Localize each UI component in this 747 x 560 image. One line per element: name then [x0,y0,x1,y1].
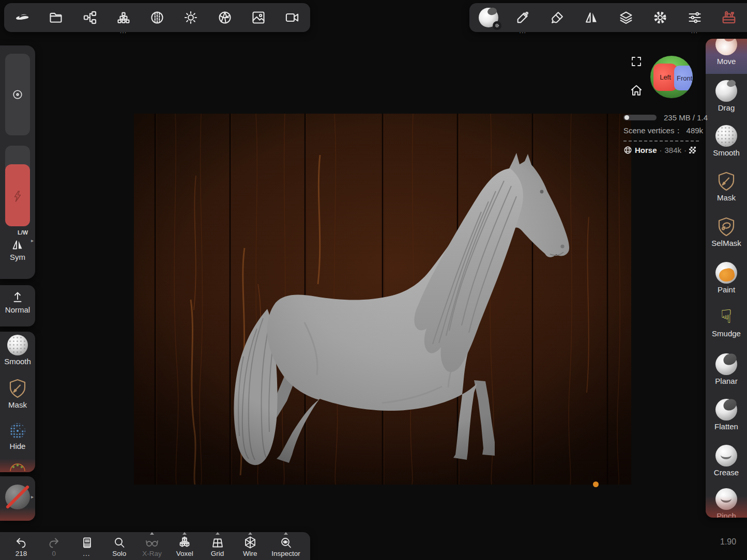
stats-divider [623,141,699,142]
app-logo-icon[interactable] [11,6,33,29]
settings-gear-icon[interactable] [649,6,671,29]
toolbox-icon[interactable] [718,6,740,29]
history-button[interactable]: ... [72,533,102,559]
material-gear-badge [493,21,501,30]
tool-mask[interactable]: Mask [706,171,747,202]
tool-paint-label: Paint [718,285,735,294]
right-tool-panel: Move Drag Smooth Mask SelMask Paint ☟ Sm… [706,39,747,518]
grid-label: Grid [211,550,224,557]
environment-icon[interactable] [146,6,168,29]
radius-slider[interactable] [5,54,30,135]
left-normal-panel: Normal [0,285,35,326]
normal-mode-button[interactable]: Normal [0,290,35,314]
redo-button[interactable]: 0 [39,533,69,559]
tool-smudge[interactable]: ☟ Smudge [706,306,747,338]
gizmo-front-face[interactable]: Front [674,66,693,90]
separator-dot: · [660,146,662,154]
left-alpha-panel: ▸ [0,476,35,521]
postprocess-icon[interactable] [214,6,236,29]
solo-button[interactable]: Solo [104,533,134,559]
inspector-label: Inspector [271,550,300,557]
quick-mask-button[interactable]: Mask [0,378,35,409]
symmetry-icon[interactable] [581,6,602,29]
lw-toggle[interactable]: L/W [18,229,28,236]
home-view-button[interactable] [630,84,643,97]
quick-smooth-label: Smooth [4,357,31,366]
undo-button[interactable]: 218 [6,533,36,559]
sculpt-canvas[interactable] [134,114,631,485]
tool-move[interactable]: Move [706,39,747,66]
top-left-toolbar: ... [4,3,310,32]
tool-paint[interactable]: Paint [706,262,747,294]
bake-icon[interactable]: ... [113,6,134,29]
sym-label: Sym [10,253,25,261]
fullscreen-button[interactable] [630,55,643,68]
tool-selmask[interactable]: SelMask [706,216,747,247]
inspector-button[interactable]: Inspector [268,533,304,559]
xray-button[interactable]: X-Ray [137,533,167,559]
tool-drag[interactable]: Drag [706,80,747,112]
layers-icon[interactable] [615,6,637,29]
brush-more-indicator: ... [512,29,533,33]
background-image-icon[interactable] [248,6,269,29]
object-row[interactable]: Horse · 384k · [623,146,705,154]
xray-label: X-Ray [142,550,162,557]
scene-vertices-value: 489k [687,126,704,135]
pinch-ball-icon [715,488,737,510]
quick-hide-button[interactable]: Hide [0,422,35,450]
smooth-ball-icon [7,335,28,355]
quick-smooth-button[interactable]: Smooth [0,335,35,366]
orientation-gizmo[interactable]: Left Front [650,56,693,98]
quick-mask-label: Mask [8,400,27,409]
alpha-expand-caret[interactable]: ▸ [31,494,34,500]
voxel-label: Voxel [176,550,193,557]
planar-ball-icon [715,353,737,375]
alpha-none-button[interactable] [5,485,30,509]
smudge-finger-icon: ☟ [721,306,732,328]
tool-flatten[interactable]: Flatten [706,399,747,431]
tool-move-label: Move [717,57,736,66]
tool-smooth[interactable]: Smooth [706,125,747,157]
memory-usage: 235 MB / 1.4 [664,113,708,122]
tool-crease[interactable]: Crease [706,445,747,477]
wire-button[interactable]: Wire [235,533,265,559]
flatten-ball-icon [715,399,737,421]
bake-more-indicator: ... [113,29,134,33]
viewport[interactable]: ... ... [0,0,747,560]
sym-toggle[interactable]: Sym [0,239,35,261]
left-slider-panel: L/W ▸ Sym [0,45,35,279]
material-sphere-icon[interactable] [478,6,499,29]
separator-dot: · [684,146,687,154]
mask-shield-icon [716,171,736,192]
scene-vertices-row: Scene vertices： 489k [623,126,705,136]
material-blob [486,7,497,17]
tool-pinch-label: Pinch [716,511,736,518]
grid-button[interactable]: Grid [203,533,233,559]
files-icon[interactable] [45,6,67,29]
tool-mask-label: Mask [717,193,736,202]
alpha-none-slash [6,485,30,509]
camera-icon[interactable] [281,6,303,29]
left-quick-tools-panel: Smooth Mask Hide [0,332,35,472]
voxel-button[interactable]: Voxel [170,533,200,559]
gizmo-front-label: Front [677,74,692,82]
xray-options-arrow [150,532,154,535]
lighting-icon[interactable] [180,6,202,29]
intensity-slider[interactable] [5,146,30,226]
object-name: Horse [635,146,657,154]
drag-ball-icon [715,80,737,102]
mask-shield-icon [8,378,27,399]
tool-pinch[interactable]: Pinch [706,488,747,518]
paint-settings-icon[interactable] [546,6,568,29]
tool-planar-label: Planar [715,377,737,385]
scene-graph-icon[interactable] [79,6,101,29]
scene-vertices-label: Scene vertices： [623,126,682,135]
tool-planar[interactable]: Planar [706,353,747,385]
reference-image-wood [134,114,631,485]
interface-options-icon[interactable]: ... [684,6,706,29]
object-material-checker-icon [689,147,696,153]
gizmo-tool-icon-partial[interactable] [8,463,27,472]
voxel-options-arrow [182,532,187,535]
redo-count: 0 [52,550,56,557]
brush-settings-icon[interactable]: ... [512,6,533,29]
